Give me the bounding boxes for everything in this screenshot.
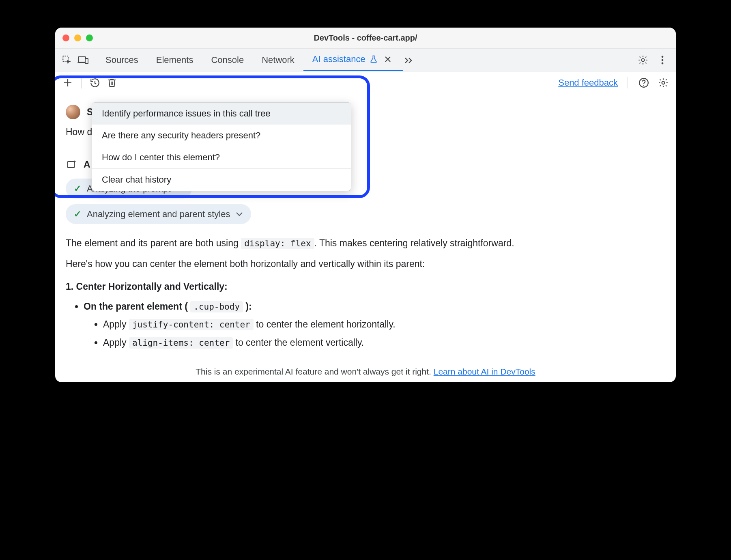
- ai-label: A: [84, 157, 90, 172]
- settings-gear-icon[interactable]: [637, 54, 649, 66]
- svg-point-7: [662, 62, 664, 64]
- new-chat-icon[interactable]: [62, 77, 74, 89]
- ai-panel-toolbar: Send feedback: [55, 71, 676, 94]
- svg-point-6: [662, 59, 664, 61]
- delete-icon[interactable]: [106, 77, 118, 89]
- code-inline: display: flex: [241, 238, 314, 249]
- send-feedback-link[interactable]: Send feedback: [558, 78, 618, 88]
- analysis-pill[interactable]: ✓ Analyzing element and parent styles: [66, 204, 251, 224]
- svg-rect-1: [78, 57, 86, 62]
- history-item[interactable]: Identify performance issues in this call…: [92, 103, 351, 125]
- kebab-menu-icon[interactable]: [656, 54, 669, 66]
- clear-history-label: Clear chat history: [102, 174, 171, 185]
- bullet-list: On the parent element ( .cup-body ): App…: [66, 299, 665, 350]
- panel-tabs: Sources Elements Console Network AI assi…: [97, 49, 415, 71]
- chevron-down-icon: [236, 212, 243, 217]
- history-item[interactable]: Are there any security headers present?: [92, 125, 351, 146]
- tabbar: Sources Elements Console Network AI assi…: [55, 49, 676, 71]
- ai-sparkle-icon: [66, 158, 78, 170]
- history-item-label: How do I center this element?: [102, 152, 220, 163]
- pill-label: Analyzing element and parent styles: [87, 207, 230, 221]
- list-item: Apply justify-content: center to center …: [103, 317, 665, 332]
- footer-text: This is an experimental AI feature and w…: [196, 367, 433, 376]
- tab-label: Sources: [105, 55, 138, 65]
- ai-paragraph: The element and its parent are both usin…: [66, 236, 665, 250]
- history-icon[interactable]: [89, 77, 101, 89]
- history-item-label: Are there any security headers present?: [102, 130, 260, 141]
- list-item: On the parent element ( .cup-body ): App…: [84, 299, 665, 350]
- history-item-label: Identify performance issues in this call…: [102, 108, 271, 119]
- svg-point-9: [643, 85, 644, 86]
- code-inline: justify-content: center: [129, 319, 254, 330]
- tab-label: Network: [262, 55, 295, 65]
- divider: [628, 77, 628, 88]
- code-inline: .cup-body: [190, 301, 243, 312]
- panel-settings-icon[interactable]: [657, 77, 669, 89]
- svg-point-4: [642, 58, 645, 61]
- inspect-element-icon[interactable]: [61, 54, 73, 66]
- list-item: Apply align-items: center to center the …: [103, 336, 665, 350]
- flask-icon: [370, 55, 378, 63]
- ai-heading: 1. Center Horizontally and Vertically:: [66, 280, 665, 294]
- svg-rect-11: [67, 162, 75, 168]
- user-avatar: [66, 105, 80, 119]
- device-toolbar-icon[interactable]: [77, 54, 89, 66]
- tab-sources[interactable]: Sources: [97, 49, 147, 71]
- divider: [81, 77, 82, 88]
- titlebar: DevTools - coffee-cart.app/: [55, 28, 676, 49]
- history-dropdown: Identify performance issues in this call…: [92, 102, 351, 191]
- ai-paragraph: Here's how you can center the element bo…: [66, 257, 665, 271]
- window-title: DevTools - coffee-cart.app/: [55, 33, 676, 43]
- close-tab-icon[interactable]: [382, 53, 394, 65]
- history-item[interactable]: How do I center this element?: [92, 146, 351, 168]
- sub-bullet-list: Apply justify-content: center to center …: [84, 317, 665, 349]
- tab-network[interactable]: Network: [253, 49, 303, 71]
- more-tabs-icon[interactable]: [403, 54, 415, 66]
- svg-rect-3: [85, 58, 88, 64]
- ai-disclaimer-footer: This is an experimental AI feature and w…: [55, 361, 676, 382]
- tab-label: AI assistance: [312, 54, 366, 65]
- tab-ai-assistance[interactable]: AI assistance: [303, 49, 403, 71]
- svg-point-10: [662, 81, 665, 84]
- svg-point-5: [662, 56, 664, 58]
- code-inline: align-items: center: [129, 337, 233, 349]
- devtools-window: DevTools - coffee-cart.app/ Sources Elem…: [55, 28, 676, 382]
- tab-label: Console: [211, 55, 244, 65]
- learn-more-link[interactable]: Learn about AI in DevTools: [434, 367, 535, 376]
- tab-elements[interactable]: Elements: [147, 49, 202, 71]
- clear-history-item[interactable]: Clear chat history: [92, 169, 351, 191]
- check-icon: ✓: [74, 182, 81, 195]
- help-icon[interactable]: [638, 77, 650, 89]
- tab-label: Elements: [156, 55, 194, 65]
- check-icon: ✓: [74, 207, 81, 221]
- tab-console[interactable]: Console: [202, 49, 253, 71]
